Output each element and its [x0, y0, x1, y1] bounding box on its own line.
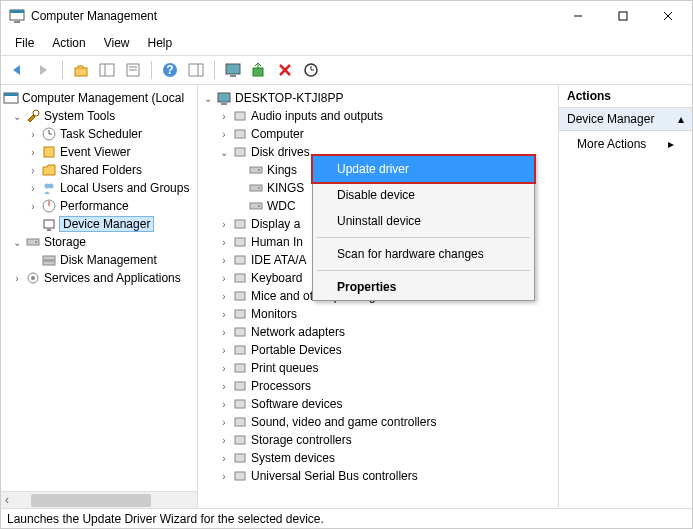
menu-properties[interactable]: Properties	[313, 274, 534, 300]
svg-rect-42	[235, 112, 245, 120]
actions-header: Actions	[559, 85, 692, 108]
category-icon	[232, 252, 248, 268]
more-actions[interactable]: More Actions ▸	[559, 131, 692, 157]
tree-disk-management[interactable]: Disk Management	[3, 251, 195, 269]
tree-storage[interactable]: ⌄ Storage	[3, 233, 195, 251]
expand-icon[interactable]: ›	[216, 273, 232, 284]
monitor-icon[interactable]	[222, 59, 244, 81]
expand-icon[interactable]: ›	[216, 363, 232, 374]
expand-icon[interactable]: ›	[25, 165, 41, 176]
action-pane-button[interactable]	[185, 59, 207, 81]
expand-icon[interactable]: ›	[216, 219, 232, 230]
update-driver-icon[interactable]	[248, 59, 270, 81]
device-category[interactable]: ›Network adapters	[200, 323, 556, 341]
minimize-button[interactable]	[555, 2, 600, 30]
svg-rect-40	[218, 93, 230, 102]
maximize-button[interactable]	[600, 2, 645, 30]
expand-icon[interactable]: ›	[216, 309, 232, 320]
tree-services[interactable]: › Services and Applications	[3, 269, 195, 287]
left-scrollbar[interactable]: ‹	[1, 491, 197, 508]
titlebar: Computer Management	[1, 1, 692, 31]
menu-uninstall-device[interactable]: Uninstall device	[313, 208, 534, 234]
tree-shared-folders[interactable]: › Shared Folders	[3, 161, 195, 179]
expand-icon[interactable]: ›	[216, 255, 232, 266]
svg-rect-15	[189, 64, 203, 76]
svg-point-39	[31, 276, 35, 280]
category-icon	[232, 270, 248, 286]
disable-icon[interactable]	[274, 59, 296, 81]
expand-icon[interactable]: ⌄	[9, 237, 25, 248]
expand-icon[interactable]: ›	[216, 129, 232, 140]
actions-context[interactable]: Device Manager ▴	[559, 108, 692, 131]
close-button[interactable]	[645, 2, 690, 30]
forward-button[interactable]	[33, 59, 55, 81]
svg-rect-58	[235, 346, 245, 354]
expand-icon[interactable]: ›	[25, 147, 41, 158]
device-category[interactable]: ›Print queues	[200, 359, 556, 377]
menu-disable-device[interactable]: Disable device	[313, 182, 534, 208]
svg-rect-56	[235, 310, 245, 318]
scan-hardware-icon[interactable]	[300, 59, 322, 81]
svg-rect-1	[10, 10, 24, 13]
expand-icon[interactable]: ›	[216, 345, 232, 356]
menu-update-driver[interactable]: Update driver	[313, 156, 534, 182]
back-button[interactable]	[7, 59, 29, 81]
svg-rect-37	[43, 261, 55, 265]
expand-icon[interactable]: ›	[216, 435, 232, 446]
device-category[interactable]: ›Storage controllers	[200, 431, 556, 449]
up-button[interactable]	[70, 59, 92, 81]
disk-icon	[248, 180, 264, 196]
statusbar: Launches the Update Driver Wizard for th…	[1, 508, 692, 528]
menu-separator	[317, 270, 530, 271]
tree-device-manager[interactable]: Device Manager	[3, 215, 195, 233]
tree-performance[interactable]: › Performance	[3, 197, 195, 215]
expand-icon[interactable]: ›	[216, 327, 232, 338]
expand-icon[interactable]: ›	[25, 201, 41, 212]
svg-rect-49	[250, 203, 262, 209]
svg-point-29	[49, 184, 54, 189]
device-category[interactable]: ›Computer	[200, 125, 556, 143]
device-category[interactable]: ›Audio inputs and outputs	[200, 107, 556, 125]
tree-event-viewer[interactable]: › Event Viewer	[3, 143, 195, 161]
collapse-icon[interactable]: ▴	[678, 112, 684, 126]
expand-icon[interactable]: ⌄	[200, 93, 216, 104]
expand-icon[interactable]: ›	[216, 399, 232, 410]
menu-help[interactable]: Help	[140, 33, 181, 53]
expand-icon[interactable]: ⌄	[9, 111, 25, 122]
help-button[interactable]: ?	[159, 59, 181, 81]
tree-root[interactable]: Computer Management (Local	[3, 89, 195, 107]
menu-scan-hardware[interactable]: Scan for hardware changes	[313, 241, 534, 267]
device-category[interactable]: ›Sound, video and game controllers	[200, 413, 556, 431]
expand-icon[interactable]: ›	[216, 237, 232, 248]
expand-icon[interactable]: ›	[216, 381, 232, 392]
expand-icon[interactable]: ›	[216, 291, 232, 302]
show-hide-tree-button[interactable]	[96, 59, 118, 81]
expand-icon[interactable]: ›	[9, 273, 25, 284]
tree-local-users[interactable]: › Local Users and Groups	[3, 179, 195, 197]
storage-icon	[25, 234, 41, 250]
device-category[interactable]: ›Monitors	[200, 305, 556, 323]
tree-system-tools[interactable]: ⌄ System Tools	[3, 107, 195, 125]
menu-action[interactable]: Action	[44, 33, 93, 53]
properties-button[interactable]	[122, 59, 144, 81]
expand-icon[interactable]: ›	[216, 111, 232, 122]
menu-file[interactable]: File	[7, 33, 42, 53]
tree-task-scheduler[interactable]: › Task Scheduler	[3, 125, 195, 143]
device-category[interactable]: ›Portable Devices	[200, 341, 556, 359]
category-icon	[232, 414, 248, 430]
device-category[interactable]: ›Universal Serial Bus controllers	[200, 467, 556, 485]
expand-icon[interactable]: ›	[25, 129, 41, 140]
expand-icon[interactable]: ›	[216, 453, 232, 464]
device-category[interactable]: ›Processors	[200, 377, 556, 395]
category-icon	[232, 432, 248, 448]
device-root[interactable]: ⌄ DESKTOP-KTJI8PP	[200, 89, 556, 107]
device-category[interactable]: ›System devices	[200, 449, 556, 467]
category-icon	[232, 108, 248, 124]
expand-icon[interactable]: ⌄	[216, 147, 232, 158]
svg-text:?: ?	[166, 63, 173, 77]
device-category[interactable]: ›Software devices	[200, 395, 556, 413]
menu-view[interactable]: View	[96, 33, 138, 53]
expand-icon[interactable]: ›	[25, 183, 41, 194]
expand-icon[interactable]: ›	[216, 471, 232, 482]
expand-icon[interactable]: ›	[216, 417, 232, 428]
